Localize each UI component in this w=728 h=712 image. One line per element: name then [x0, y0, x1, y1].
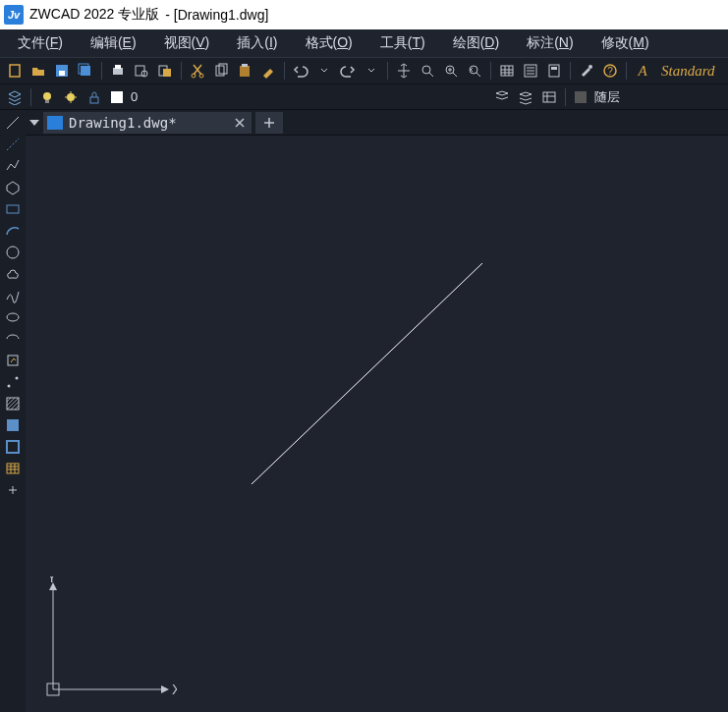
zoom-prev-icon[interactable] — [464, 60, 485, 82]
circle-icon[interactable] — [1, 242, 25, 263]
separator — [101, 62, 102, 80]
arc-icon[interactable] — [1, 220, 25, 242]
layer-manager-icon[interactable] — [4, 86, 26, 108]
ellipse-icon[interactable] — [1, 306, 25, 328]
layer-lock-icon[interactable] — [84, 86, 105, 108]
drawn-line-entity[interactable] — [252, 263, 487, 489]
svg-point-34 — [7, 313, 19, 321]
layer-freeze-icon[interactable] — [60, 86, 82, 108]
undo-dd-icon[interactable] — [313, 60, 335, 82]
settings-icon[interactable] — [576, 60, 597, 82]
menu-insert[interactable]: 插入(I) — [223, 30, 291, 56]
svg-rect-6 — [115, 65, 121, 69]
polygon-icon[interactable] — [1, 177, 25, 198]
construction-line-icon[interactable] — [1, 134, 25, 155]
svg-rect-39 — [7, 419, 19, 431]
new-tab-icon[interactable] — [255, 112, 283, 134]
open-icon[interactable] — [28, 60, 49, 82]
drawing-canvas[interactable]: X Y — [26, 136, 728, 712]
separator — [284, 62, 285, 80]
layer-state-1-icon[interactable] — [491, 86, 513, 108]
text-style-dropdown[interactable]: Standard — [655, 63, 720, 80]
print-preview-icon[interactable] — [131, 60, 152, 82]
redo-dd-icon[interactable] — [361, 60, 382, 82]
insert-block-icon[interactable] — [1, 350, 25, 371]
table-icon[interactable] — [496, 60, 518, 82]
match-prop-icon[interactable] — [257, 60, 279, 82]
dwg-file-icon — [47, 116, 63, 130]
pan-icon[interactable] — [393, 60, 415, 82]
tab-close-icon[interactable] — [232, 115, 248, 131]
undo-icon[interactable] — [290, 60, 311, 82]
ucs-icon: X Y — [39, 576, 177, 704]
svg-rect-15 — [240, 66, 250, 77]
save-all-icon[interactable] — [75, 60, 96, 82]
publish-icon[interactable] — [154, 60, 176, 82]
tab-list-dropdown-icon[interactable] — [29, 120, 39, 126]
zoom-realtime-icon[interactable] — [440, 60, 462, 82]
svg-point-33 — [7, 246, 19, 258]
menu-tools[interactable]: 工具(T) — [366, 30, 439, 56]
menu-edit[interactable]: 编辑(E) — [77, 30, 150, 56]
separator — [565, 88, 566, 106]
svg-line-42 — [252, 263, 482, 484]
svg-rect-30 — [90, 97, 98, 103]
svg-rect-32 — [7, 205, 19, 213]
svg-text:?: ? — [607, 66, 613, 77]
ellipse-arc-icon[interactable] — [1, 328, 25, 350]
paste-icon[interactable] — [234, 60, 255, 82]
separator — [181, 62, 182, 80]
layer-state-2-icon[interactable] — [515, 86, 536, 108]
zoom-window-icon[interactable] — [417, 60, 438, 82]
svg-rect-5 — [113, 68, 123, 75]
redo-icon[interactable] — [337, 60, 359, 82]
menu-file[interactable]: 文件(F) — [4, 30, 77, 56]
hatch-icon[interactable] — [1, 393, 25, 414]
svg-rect-22 — [549, 65, 559, 77]
calc-icon[interactable] — [543, 60, 565, 82]
separator — [490, 62, 491, 80]
svg-rect-20 — [501, 66, 513, 76]
region-icon[interactable] — [1, 436, 25, 458]
cut-icon[interactable] — [187, 60, 208, 82]
point-icon[interactable] — [1, 371, 25, 393]
menu-modify[interactable]: 修改(M) — [588, 30, 663, 56]
menu-dim[interactable]: 标注(N) — [513, 30, 587, 56]
new-icon[interactable] — [4, 60, 26, 82]
print-icon[interactable] — [107, 60, 129, 82]
separator — [570, 62, 571, 80]
layer-color-swatch[interactable] — [111, 91, 123, 103]
table-icon[interactable] — [1, 458, 25, 479]
save-icon[interactable] — [51, 60, 73, 82]
copy-icon[interactable] — [210, 60, 232, 82]
separator — [387, 62, 388, 80]
polyline-icon[interactable] — [1, 155, 25, 177]
gradient-icon[interactable] — [1, 414, 25, 436]
svg-rect-2 — [59, 71, 65, 76]
rectangle-icon[interactable] — [1, 198, 25, 220]
props-icon[interactable] — [520, 60, 541, 82]
document-tab[interactable]: Drawing1.dwg* — [43, 112, 252, 134]
bylayer-color-swatch[interactable] — [575, 91, 587, 103]
text-style-icon[interactable]: A — [632, 60, 653, 82]
bylayer-dropdown[interactable]: 随层 — [592, 88, 626, 106]
menu-view[interactable]: 视图(V) — [150, 30, 224, 56]
svg-rect-10 — [163, 69, 171, 77]
more-tools-icon[interactable] — [1, 479, 25, 501]
svg-rect-28 — [45, 100, 49, 103]
layer-state-3-icon[interactable] — [538, 86, 560, 108]
menu-format[interactable]: 格式(O) — [292, 30, 366, 56]
menu-draw[interactable]: 绘图(D) — [439, 30, 513, 56]
document-tabs: Drawing1.dwg* — [26, 110, 728, 136]
ucs-y-label: Y — [47, 576, 57, 585]
svg-rect-23 — [551, 67, 557, 70]
layer-bulb-icon[interactable] — [36, 86, 58, 108]
line-icon[interactable] — [1, 112, 25, 134]
standard-toolbar: ? A Standard — [0, 57, 728, 84]
spline-icon[interactable] — [1, 285, 25, 306]
svg-point-29 — [67, 93, 75, 101]
revcloud-icon[interactable] — [1, 263, 25, 285]
layer-name-dropdown[interactable]: 0 — [129, 89, 143, 104]
help-icon[interactable]: ? — [599, 60, 621, 82]
ucs-x-label: X — [172, 682, 177, 697]
